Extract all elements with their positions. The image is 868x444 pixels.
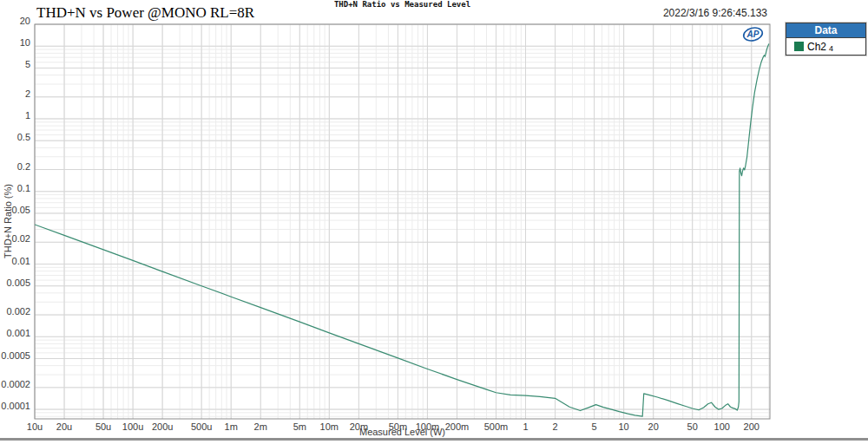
x-axis-title: Measured Level (W) bbox=[35, 427, 770, 437]
svg-text:10: 10 bbox=[20, 37, 30, 48]
legend-item-suffix: 4 bbox=[829, 44, 833, 53]
svg-text:0.5: 0.5 bbox=[17, 132, 30, 142]
ap-logo: AP bbox=[741, 25, 766, 48]
svg-text:0.02: 0.02 bbox=[12, 233, 30, 244]
ap-graph-panel: THD+N vs Power @MONO RL=8R THD+N Ratio v… bbox=[0, 0, 868, 444]
legend-item-label: Ch2 bbox=[807, 41, 826, 53]
panel-bottom-edge bbox=[0, 438, 868, 441]
legend-panel[interactable]: Data Ch2 4 bbox=[786, 23, 866, 56]
ap-logo-text: AP bbox=[746, 29, 760, 39]
svg-text:0.05: 0.05 bbox=[12, 205, 30, 215]
graph-area[interactable]: 10u20u50u100u200u500u1m2m5m10m20m50m100m… bbox=[0, 0, 868, 444]
svg-text:0.1: 0.1 bbox=[17, 183, 30, 193]
legend-header: Data bbox=[786, 23, 865, 38]
svg-text:2: 2 bbox=[25, 88, 30, 99]
svg-text:1: 1 bbox=[25, 110, 30, 121]
svg-text:5: 5 bbox=[25, 59, 30, 69]
svg-text:0.2: 0.2 bbox=[17, 161, 30, 172]
y-axis-title: THD+N Ratio (%) bbox=[3, 24, 13, 419]
series-color-swatch bbox=[794, 42, 804, 51]
svg-text:20: 20 bbox=[20, 16, 30, 26]
svg-text:0.01: 0.01 bbox=[12, 256, 30, 266]
legend-item-ch2[interactable]: Ch2 4 bbox=[786, 38, 865, 55]
